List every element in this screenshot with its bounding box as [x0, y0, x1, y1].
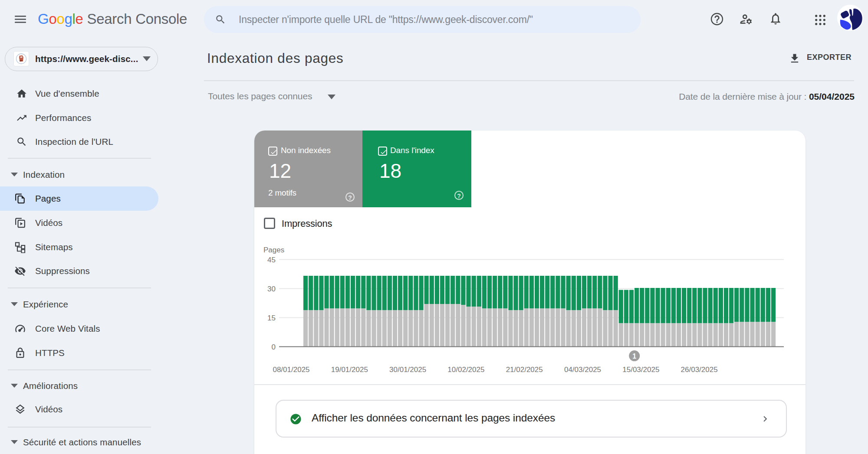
svg-text:30/01/2025: 30/01/2025	[389, 366, 426, 374]
svg-text:08/01/2025: 08/01/2025	[273, 366, 309, 374]
svg-text:0: 0	[272, 343, 276, 351]
svg-text:15: 15	[267, 314, 276, 322]
svg-text:Pages: Pages	[263, 246, 284, 254]
svg-text:19/01/2025: 19/01/2025	[331, 366, 368, 374]
svg-text:30: 30	[267, 285, 276, 293]
svg-text:04/03/2025: 04/03/2025	[564, 366, 601, 374]
svg-text:45: 45	[267, 256, 276, 264]
svg-text:26/03/2025: 26/03/2025	[681, 366, 718, 374]
svg-text:15/03/2025: 15/03/2025	[622, 366, 659, 374]
svg-text:21/02/2025: 21/02/2025	[506, 366, 543, 374]
svg-text:10/02/2025: 10/02/2025	[447, 366, 484, 374]
svg-text:1: 1	[632, 353, 636, 360]
